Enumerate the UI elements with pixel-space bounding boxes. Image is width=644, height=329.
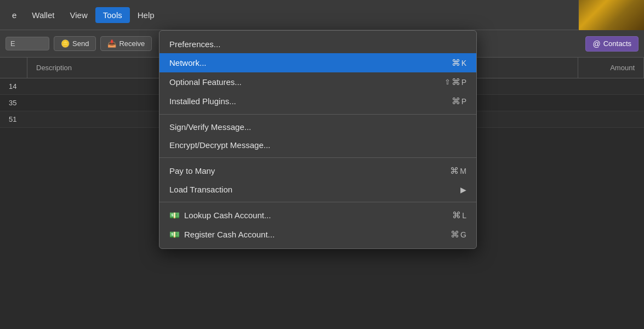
tools-dropdown-menu: Preferences... Network... ⌘K Optional Fe… <box>159 30 477 249</box>
menu-optional-features[interactable]: Optional Features... ⇧⌘P <box>159 72 476 92</box>
dropdown-overlay: Preferences... Network... ⌘K Optional Fe… <box>0 0 644 329</box>
menu-sign-verify[interactable]: Sign/Verify Message... <box>159 118 476 136</box>
menu-register-cash[interactable]: 💵 Register Cash Account... ⌘G <box>159 225 476 244</box>
dropdown-section-1: Preferences... Network... ⌘K Optional Fe… <box>159 34 476 112</box>
menu-load-transaction[interactable]: Load Transaction ▶ <box>159 180 476 198</box>
menu-pay-to-many[interactable]: Pay to Many ⌘M <box>159 161 476 180</box>
menu-preferences[interactable]: Preferences... <box>159 35 476 53</box>
lookup-cash-icon: 💵 <box>169 211 180 220</box>
menu-network[interactable]: Network... ⌘K <box>159 53 476 72</box>
menu-installed-plugins[interactable]: Installed Plugins... ⌘P <box>159 92 476 111</box>
dropdown-section-2: Sign/Verify Message... Encrypt/Decrypt M… <box>159 114 476 155</box>
register-cash-icon: 💵 <box>169 230 180 240</box>
dropdown-section-4: 💵 Lookup Cash Account... ⌘L 💵 Register C… <box>159 202 476 245</box>
play-icon: ▶ <box>460 185 466 194</box>
menu-lookup-cash[interactable]: 💵 Lookup Cash Account... ⌘L <box>159 206 476 225</box>
dropdown-section-3: Pay to Many ⌘M Load Transaction ▶ <box>159 157 476 200</box>
menu-encrypt-decrypt[interactable]: Encrypt/Decrypt Message... <box>159 136 476 154</box>
